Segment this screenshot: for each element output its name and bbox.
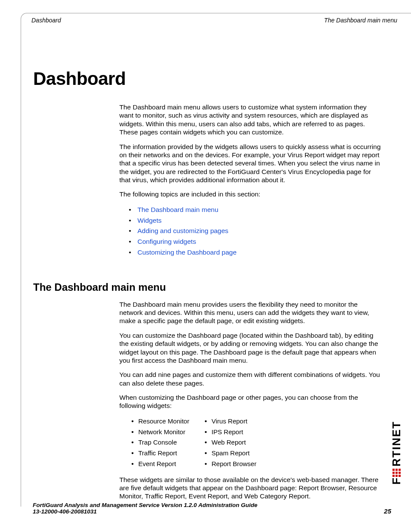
widget-item: Report Browser	[205, 459, 278, 470]
section-paragraph-1: The Dashboard main menu provides users t…	[119, 300, 382, 325]
widget-item: Event Report	[131, 459, 205, 470]
svg-rect-9	[399, 469, 401, 471]
topic-link-customizing-dashboard[interactable]: Customizing the Dashboard page	[137, 249, 237, 256]
widget-item: Resource Monitor	[131, 416, 205, 427]
page-title: Dashboard	[33, 68, 382, 89]
topic-link-widgets[interactable]: Widgets	[137, 217, 162, 224]
widget-item: Network Monitor	[131, 427, 205, 438]
widget-item: Traffic Report	[131, 448, 205, 459]
svg-rect-1	[392, 475, 395, 477]
intro-paragraph-1: The Dashboard main menu allows users to …	[119, 103, 382, 137]
svg-rect-6	[395, 469, 398, 471]
svg-rect-8	[399, 472, 401, 474]
section-paragraph-5: These widgets are similar to those avail…	[119, 476, 382, 501]
svg-rect-3	[392, 469, 395, 471]
svg-text:F: F	[391, 477, 402, 485]
section-paragraph-2: You can customize the Dashboard page (lo…	[119, 331, 382, 365]
widget-list: Resource Monitor Network Monitor Trap Co…	[131, 416, 382, 470]
svg-rect-2	[392, 472, 395, 474]
fortinet-logo-icon: F RTINET	[391, 390, 402, 485]
svg-rect-4	[395, 475, 398, 477]
intro-paragraph-3: The following topics are included in thi…	[119, 190, 382, 198]
section-heading-main-menu: The Dashboard main menu	[33, 281, 382, 293]
topic-link-configuring-widgets[interactable]: Configuring widgets	[137, 238, 196, 245]
widget-item: Web Report	[205, 437, 278, 448]
intro-paragraph-2: The information provided by the widgets …	[119, 143, 382, 184]
widget-item: Virus Report	[205, 416, 278, 427]
svg-rect-5	[395, 472, 398, 474]
svg-rect-7	[399, 475, 401, 477]
topic-list: The Dashboard main menu Widgets Adding a…	[129, 205, 382, 258]
footer-guide-title: FortiGuard Analysis and Management Servi…	[33, 502, 257, 508]
topic-link-adding-pages[interactable]: Adding and customizing pages	[137, 227, 228, 234]
svg-text:RTINET: RTINET	[391, 421, 402, 467]
widget-item: Trap Console	[131, 437, 205, 448]
footer-doc-id: 13-12000-406-20081031	[33, 508, 257, 515]
widget-item: Spam Report	[205, 448, 278, 459]
page-number: 25	[384, 507, 391, 515]
running-header-right: The Dashboard main menu	[324, 17, 397, 24]
section-paragraph-3: You can add nine pages and customize the…	[119, 370, 382, 387]
running-header-left: Dashboard	[31, 17, 61, 24]
widget-item: IPS Report	[205, 427, 278, 438]
topic-link-main-menu[interactable]: The Dashboard main menu	[137, 206, 218, 213]
section-paragraph-4: When customizing the Dashboard page or o…	[119, 393, 382, 410]
